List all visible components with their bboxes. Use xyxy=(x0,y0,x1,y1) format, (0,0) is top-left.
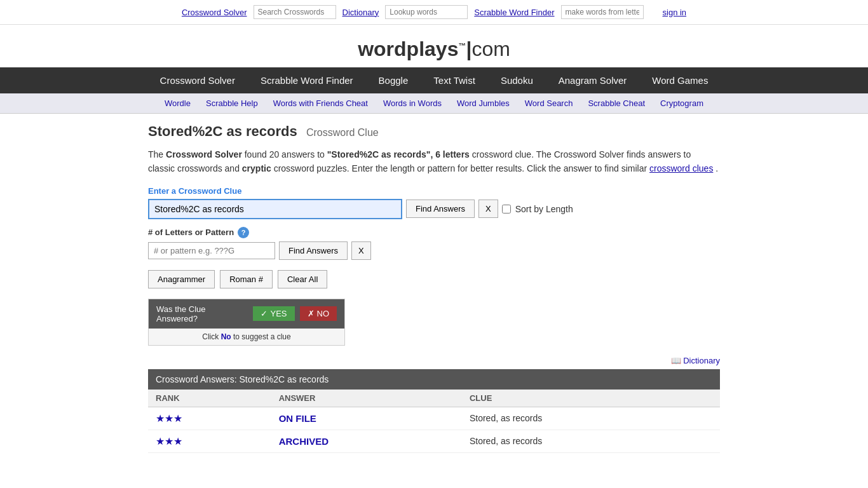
sub-nav-scrabble-cheat[interactable]: Scrabble Cheat xyxy=(580,97,653,109)
logo-area: wordplays™|com xyxy=(0,25,868,67)
answers-table-title: Crossword Answers: Stored%2C as records xyxy=(148,369,720,390)
desc-period: . xyxy=(715,163,718,173)
pattern-label-text: # of Letters or Pattern xyxy=(148,227,234,237)
anagrammer-button[interactable]: Anagrammer xyxy=(148,270,215,288)
clear-clue-button[interactable]: X xyxy=(478,200,498,218)
clue-answered-header: Was the Clue Answered? ✓ YES ✗ NO xyxy=(149,299,344,329)
desc-clue: "Stored%2C as records", 6 letters xyxy=(327,149,470,159)
clue-cell: Stored, as records xyxy=(462,407,720,430)
logo-tm: ™ xyxy=(458,41,466,50)
dictionary-input[interactable] xyxy=(385,5,468,19)
clue-input-row: Find Answers X Sort by Length xyxy=(148,199,720,219)
sub-nav-word-jumbles[interactable]: Word Jumbles xyxy=(449,97,517,109)
desc-middle: found 20 answers to xyxy=(245,149,327,159)
sign-in-link[interactable]: sign in xyxy=(663,8,687,17)
answer-link[interactable]: ARCHIVED xyxy=(279,436,329,447)
desc-intro: The xyxy=(148,149,163,159)
page-title: Stored%2C as records Crossword Clue xyxy=(148,123,720,140)
desc-cryptic: cryptic xyxy=(242,163,271,173)
roman-button[interactable]: Roman # xyxy=(220,270,273,288)
table-row: ★★★ON FILEStored, as records xyxy=(148,407,720,430)
answer-cell: ARCHIVED xyxy=(271,430,462,452)
scrabble-finder-link[interactable]: Scrabble Word Finder xyxy=(474,8,554,17)
answer-cell: ON FILE xyxy=(271,407,462,430)
site-logo: wordplays™|com xyxy=(0,37,868,61)
find-answers-button-2[interactable]: Find Answers xyxy=(279,241,348,260)
no-label: NO xyxy=(317,309,330,318)
description: The Crossword Solver found 20 answers to… xyxy=(148,147,720,176)
yes-label: YES xyxy=(270,309,287,318)
yes-button[interactable]: ✓ YES xyxy=(253,306,294,321)
no-suggestion-link[interactable]: No xyxy=(221,332,231,341)
crossword-search-input[interactable] xyxy=(254,5,336,19)
clue-label: Crossword Clue xyxy=(306,127,379,138)
table-row: ★★★ARCHIVEDStored, as records xyxy=(148,430,720,452)
crossword-clues-link[interactable]: crossword clues xyxy=(649,163,713,173)
logo-text: wordplays™ xyxy=(358,37,466,60)
rank-cell: ★★★ xyxy=(148,430,271,452)
col-rank: RANK xyxy=(148,390,271,407)
rank-cell: ★★★ xyxy=(148,407,271,430)
title-text: Stored%2C as records xyxy=(148,123,297,139)
help-icon[interactable]: ? xyxy=(238,227,249,238)
answer-link[interactable]: ON FILE xyxy=(279,413,316,424)
crossword-solver-link[interactable]: Crossword Solver xyxy=(182,8,247,17)
answers-table: Crossword Answers: Stored%2C as records … xyxy=(148,369,720,453)
logo-com: com xyxy=(471,37,510,60)
sort-by-length-text: Sort by Length xyxy=(515,204,573,214)
nav-item-text-twist[interactable]: Text Twist xyxy=(421,67,488,93)
click-no-text: Click xyxy=(202,332,219,341)
yes-checkmark-icon: ✓ xyxy=(261,309,268,318)
top-bar: Crossword Solver Dictionary Scrabble Wor… xyxy=(0,0,868,25)
pattern-input-row: Find Answers X xyxy=(148,241,720,260)
nav-item-word-games[interactable]: Word Games xyxy=(639,67,721,93)
clue-answered-footer: Click No to suggest a clue xyxy=(149,329,344,345)
sub-nav-wwf[interactable]: Words with Friends Cheat xyxy=(266,97,376,109)
content-area: Stored%2C as records Crossword Clue The … xyxy=(135,114,733,463)
sort-by-length-label[interactable]: Sort by Length xyxy=(502,204,573,214)
sort-by-length-checkbox[interactable] xyxy=(502,205,511,214)
scrabble-input[interactable] xyxy=(561,5,644,19)
column-headers: RANK ANSWER CLUE xyxy=(148,390,720,407)
find-answers-button[interactable]: Find Answers xyxy=(406,200,475,218)
desc-end2: crossword puzzles. Enter the length or p… xyxy=(274,163,649,173)
pattern-input[interactable] xyxy=(148,242,275,259)
nav-item-crossword-solver[interactable]: Crossword Solver xyxy=(147,67,248,93)
col-clue: CLUE xyxy=(462,390,720,407)
click-no-suffix: to suggest a clue xyxy=(233,332,291,341)
clue-answered-box: Was the Clue Answered? ✓ YES ✗ NO Click … xyxy=(148,299,345,346)
clear-pattern-button[interactable]: X xyxy=(351,241,371,260)
pattern-section: # of Letters or Pattern ? Find Answers X xyxy=(148,227,720,260)
dictionary-link-right[interactable]: 📖 Dictionary xyxy=(148,356,720,365)
desc-solver: Crossword Solver xyxy=(166,149,242,159)
clue-cell: Stored, as records xyxy=(462,430,720,452)
pattern-label: # of Letters or Pattern ? xyxy=(148,227,720,238)
no-button[interactable]: ✗ NO xyxy=(300,306,337,321)
clue-input[interactable] xyxy=(148,199,402,219)
clear-all-button[interactable]: Clear All xyxy=(278,270,327,288)
sub-nav-scrabble-help[interactable]: Scrabble Help xyxy=(198,97,266,109)
answers-table-header: Crossword Answers: Stored%2C as records xyxy=(148,369,720,390)
star-rating: ★★★ xyxy=(156,413,182,424)
clue-section: Enter a Crossword Clue Find Answers X So… xyxy=(148,186,720,219)
action-row: Anagrammer Roman # Clear All xyxy=(148,270,720,288)
main-nav: Crossword SolverScrabble Word FinderBogg… xyxy=(0,67,868,93)
clue-answered-label: Was the Clue Answered? xyxy=(156,304,248,323)
col-answer: ANSWER xyxy=(271,390,462,407)
sub-nav-words-in-words[interactable]: Words in Words xyxy=(376,97,449,109)
star-rating: ★★★ xyxy=(156,436,182,447)
nav-item-anagram-solver[interactable]: Anagram Solver xyxy=(546,67,640,93)
no-x-icon: ✗ xyxy=(308,309,315,318)
sub-nav: WordleScrabble HelpWords with Friends Ch… xyxy=(0,93,868,114)
sub-nav-word-search[interactable]: Word Search xyxy=(517,97,581,109)
sub-nav-wordle[interactable]: Wordle xyxy=(157,97,198,109)
nav-item-scrabble-word-finder[interactable]: Scrabble Word Finder xyxy=(248,67,366,93)
enter-clue-label: Enter a Crossword Clue xyxy=(148,186,720,196)
dictionary-link[interactable]: Dictionary xyxy=(342,8,379,17)
sub-nav-cryptogram[interactable]: Cryptogram xyxy=(653,97,711,109)
nav-item-boggle[interactable]: Boggle xyxy=(366,67,421,93)
nav-item-sudoku[interactable]: Sudoku xyxy=(488,67,546,93)
